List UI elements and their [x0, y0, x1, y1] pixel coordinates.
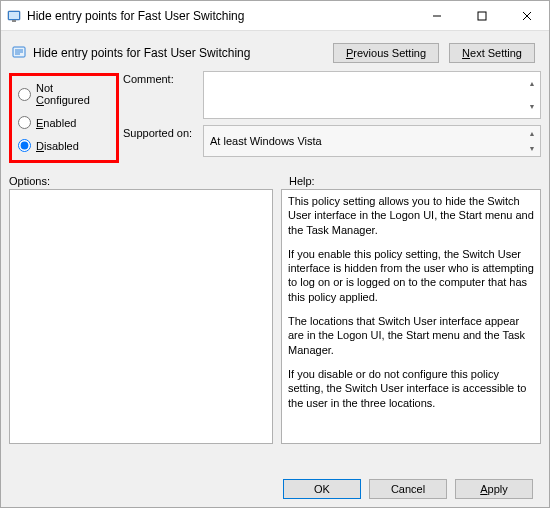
fields-column: Comment: ▲▼ Supported on: At least Windo…: [123, 71, 541, 165]
header-row: Hide entry points for Fast User Switchin…: [9, 37, 541, 69]
comment-spinner[interactable]: ▲▼: [524, 72, 540, 118]
close-button[interactable]: [504, 1, 549, 31]
disabled-label: Disabled: [36, 140, 79, 152]
enabled-radio[interactable]: [18, 116, 31, 129]
titlebar: Hide entry points for Fast User Switchin…: [1, 1, 549, 31]
help-label: Help:: [289, 175, 315, 187]
help-text: The locations that Switch User interface…: [288, 314, 534, 357]
help-text: This policy setting allows you to hide t…: [288, 194, 534, 237]
policy-icon: [9, 45, 29, 61]
not-configured-radio[interactable]: [18, 88, 31, 101]
footer-buttons: OK Cancel Apply: [9, 471, 541, 499]
minimize-button[interactable]: [414, 1, 459, 31]
svg-rect-2: [12, 20, 16, 22]
maximize-button[interactable]: [459, 1, 504, 31]
upper-section: Not Configured Enabled Disabled Comment:…: [9, 71, 541, 165]
svg-rect-1: [9, 12, 19, 19]
state-radio-group: Not Configured Enabled Disabled: [9, 73, 119, 163]
enabled-label: Enabled: [36, 117, 76, 129]
options-label: Options:: [9, 175, 289, 187]
ok-button[interactable]: OK: [283, 479, 361, 499]
help-panel: This policy setting allows you to hide t…: [281, 189, 541, 444]
help-text: If you enable this policy setting, the S…: [288, 247, 534, 304]
supported-on-value-box: At least Windows Vista ▲▼: [203, 125, 541, 157]
policy-title: Hide entry points for Fast User Switchin…: [33, 46, 333, 60]
apply-button[interactable]: Apply: [455, 479, 533, 499]
options-panel: [9, 189, 273, 444]
disabled-radio[interactable]: [18, 139, 31, 152]
supported-on-label: Supported on:: [123, 125, 203, 139]
help-text: If you disable or do not configure this …: [288, 367, 534, 410]
comment-label: Comment:: [123, 71, 203, 85]
window-icon: [1, 9, 27, 23]
svg-rect-4: [478, 12, 486, 20]
not-configured-label: Not Configured: [36, 82, 106, 106]
comment-input[interactable]: ▲▼: [203, 71, 541, 119]
content-area: Hide entry points for Fast User Switchin…: [1, 31, 549, 507]
policy-editor-window: Hide entry points for Fast User Switchin…: [0, 0, 550, 508]
supported-on-value: At least Windows Vista: [210, 135, 322, 147]
previous-setting-button[interactable]: Previous Setting: [333, 43, 439, 63]
cancel-button[interactable]: Cancel: [369, 479, 447, 499]
next-setting-button[interactable]: Next Setting: [449, 43, 535, 63]
supported-spinner[interactable]: ▲▼: [524, 126, 540, 156]
window-title: Hide entry points for Fast User Switchin…: [27, 9, 414, 23]
